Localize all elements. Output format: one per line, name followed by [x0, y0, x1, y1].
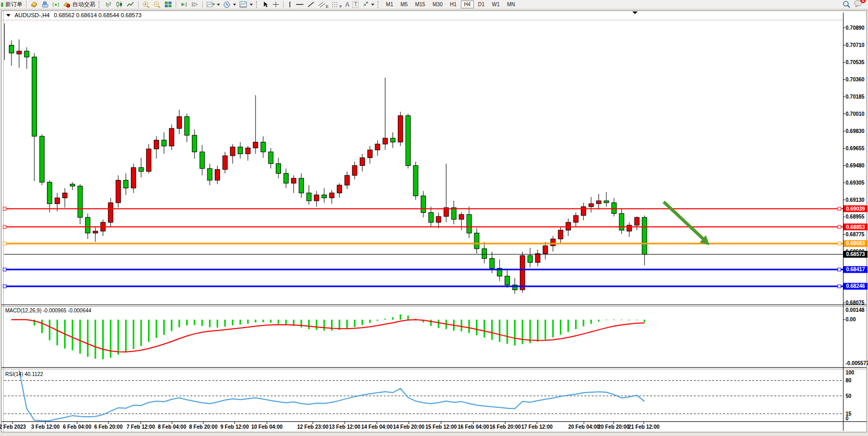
chart-title-row: AUDUSD-,H4 0.68562 0.68614 0.68544 0.685… [6, 12, 141, 18]
separator [176, 1, 176, 8]
chart-symbol-period: AUDUSD-,H4 [15, 12, 50, 18]
dropdown-caret [371, 4, 374, 6]
notifications-button[interactable]: 1 [854, 0, 863, 9]
navigator-icon [41, 1, 49, 8]
cursor-tool-button[interactable] [261, 1, 271, 9]
crosshair-icon [272, 1, 279, 8]
timeframe-button-mn[interactable]: MN [504, 1, 518, 8]
trendline-icon [307, 1, 315, 8]
timeframe-button-m5[interactable]: M5 [397, 1, 411, 8]
fibonacci-tool-label: F [339, 4, 342, 9]
chart-window [1, 10, 867, 432]
zoom-in-icon [142, 1, 150, 8]
timeframe-toolbar: M1M5M15M30H1H4D1W1MN [382, 1, 519, 8]
signals-icon [52, 1, 60, 8]
templates-icon [239, 1, 248, 8]
timeframe-button-m15[interactable]: M15 [412, 1, 428, 8]
channel-tool-button[interactable]: E [316, 1, 330, 9]
bar-chart-icon [105, 1, 113, 8]
toolbar-grip [99, 1, 102, 8]
signals-button[interactable] [51, 1, 62, 9]
market-watch-button[interactable] [29, 1, 40, 9]
indicators-button[interactable] [205, 1, 222, 9]
timeframe-button-h1[interactable]: H1 [447, 1, 460, 8]
equidistant-channel-icon [318, 1, 326, 8]
window-inner-edge [3, 11, 4, 432]
timeframe-button-d1[interactable]: D1 [475, 1, 488, 8]
text-tool-button[interactable]: A [344, 1, 351, 9]
zoom-out-icon [153, 1, 161, 8]
autotrading-icon [63, 1, 71, 8]
autotrading-button[interactable]: 自动交易 [62, 1, 97, 9]
toolbar-grip [377, 1, 381, 8]
timeframe-button-m1[interactable]: M1 [383, 1, 396, 8]
fibonacci-icon [332, 1, 339, 8]
horizontal-line-tool-button[interactable] [294, 1, 305, 9]
separator [283, 1, 284, 8]
timeframe-button-w1[interactable]: W1 [488, 1, 503, 8]
indicators-icon [206, 1, 215, 8]
auto-scroll-icon [180, 1, 188, 8]
main-toolbar: 新订单 自动交易 [0, 0, 868, 9]
separator [26, 1, 27, 8]
notification-badge: 1 [860, 0, 866, 3]
candlestick-chart-icon [116, 1, 124, 8]
timeframe-button-h4[interactable]: H4 [461, 1, 474, 8]
mt4-terminal: 新订单 自动交易 [0, 0, 868, 436]
auto-scroll-button[interactable] [178, 1, 189, 9]
text-tool-label: A [345, 1, 349, 8]
line-chart-icon [127, 1, 135, 8]
fibonacci-tool-button[interactable]: F [330, 1, 344, 9]
separator [138, 1, 139, 8]
separator [202, 1, 203, 8]
dropdown-caret [250, 4, 253, 6]
line-chart-button[interactable] [125, 1, 136, 9]
crosshair-tool-button[interactable] [271, 1, 281, 9]
dropdown-caret [217, 4, 220, 6]
bar-chart-button[interactable] [103, 1, 114, 9]
toolbar-grip [256, 1, 259, 8]
horizontal-line-icon [296, 1, 304, 8]
dropdown-caret [233, 4, 236, 6]
zoom-out-button[interactable] [152, 1, 163, 9]
chart-shift-icon [191, 1, 199, 8]
search-icon[interactable] [842, 1, 851, 8]
arrows-tool-button[interactable] [360, 1, 376, 9]
navigator-button[interactable] [40, 1, 51, 9]
arrows-tool-icon [362, 1, 369, 8]
vertical-line-icon [287, 1, 292, 8]
chart-menu-caret-icon[interactable] [6, 14, 10, 17]
chart-shift-button[interactable] [189, 1, 200, 9]
new-order-button[interactable]: 新订单 [4, 1, 24, 9]
cursor-icon [262, 1, 269, 8]
chart-ohlc-readout: 0.68562 0.68614 0.68544 0.68573 [54, 12, 141, 18]
vertical-line-tool-button[interactable] [286, 1, 294, 9]
periods-button[interactable] [222, 1, 238, 9]
tile-windows-button[interactable] [163, 1, 174, 9]
templates-button[interactable] [238, 1, 254, 9]
text-label-tool-label: T [352, 1, 359, 8]
autotrading-label: 自动交易 [72, 1, 95, 8]
market-watch-icon [30, 1, 38, 8]
text-label-tool-button[interactable]: T [351, 1, 360, 9]
new-order-label: 新订单 [5, 1, 22, 8]
trendline-tool-button[interactable] [305, 1, 316, 9]
tile-windows-icon [164, 1, 172, 8]
channel-tool-label: E [326, 4, 328, 9]
candlestick-chart-button[interactable] [114, 1, 125, 9]
periods-clock-icon [223, 1, 231, 8]
zoom-in-button[interactable] [141, 1, 152, 9]
timeframe-button-m30[interactable]: M30 [430, 1, 446, 8]
toolbar-right: 1 [842, 0, 867, 9]
